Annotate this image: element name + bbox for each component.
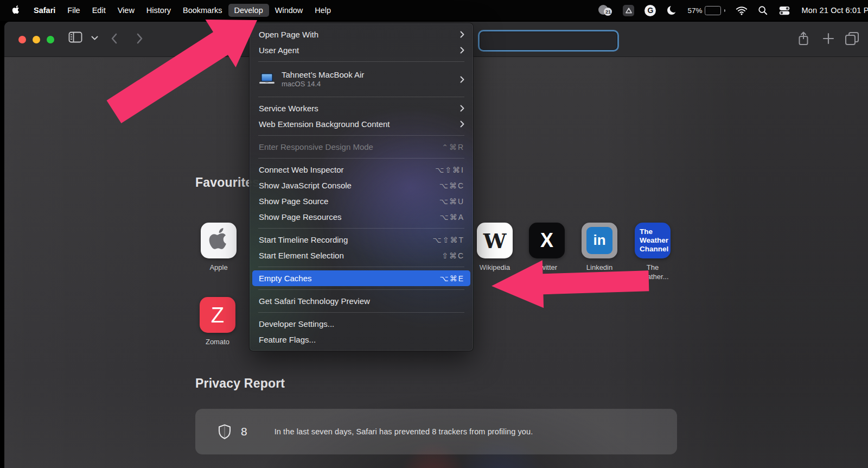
tab-overview-button[interactable] bbox=[844, 31, 860, 46]
battery-icon bbox=[705, 6, 721, 15]
device-name: Tahneet’s MacBook Air bbox=[282, 70, 460, 80]
submenu-chevron-icon bbox=[460, 105, 464, 112]
favourite-label: Wikipedia bbox=[480, 263, 510, 273]
menu-item-empty-caches[interactable]: Empty Caches⌥⌘E bbox=[252, 270, 470, 286]
menu-separator bbox=[258, 312, 464, 313]
menu-item-start-timeline-recording[interactable]: Start Timeline Recording⌥⇧⌘T bbox=[250, 232, 473, 248]
focus-moon-icon[interactable] bbox=[666, 5, 677, 16]
share-icon bbox=[797, 31, 810, 47]
menubar-item-help[interactable]: Help bbox=[309, 4, 337, 17]
plus-icon bbox=[822, 33, 834, 45]
menu-item-label: Show Page Resources bbox=[259, 212, 440, 222]
twitter-icon: X bbox=[529, 223, 565, 258]
battery-indicator[interactable]: 57% bbox=[687, 6, 725, 15]
favourite-twitter[interactable]: XTwitter bbox=[525, 223, 569, 273]
wifi-icon[interactable] bbox=[736, 6, 748, 15]
grammarly-icon[interactable]: G bbox=[644, 5, 656, 16]
privacy-message: In the last seven days, Safari has preve… bbox=[275, 427, 533, 436]
control-center-icon[interactable] bbox=[778, 5, 791, 16]
favourite-label: Twitter bbox=[537, 263, 557, 273]
favourite-wikipedia[interactable]: WWikipedia bbox=[473, 223, 517, 273]
apple-menu[interactable] bbox=[11, 5, 28, 15]
menu-item-label: Show Page Source bbox=[259, 197, 439, 206]
menu-item-shortcut: ⇧⌘C bbox=[442, 251, 464, 260]
menu-item-service-workers[interactable]: Service Workers bbox=[250, 100, 473, 116]
tabs-icon bbox=[844, 31, 860, 46]
favourite-label: Zomato bbox=[206, 338, 229, 347]
badge-count: 21 bbox=[604, 8, 612, 16]
menu-separator bbox=[258, 289, 464, 290]
menubar: SafariFileEditViewHistoryBookmarksDevelo… bbox=[0, 0, 868, 21]
tracker-count: 8 bbox=[241, 425, 247, 438]
linkedin-icon: in bbox=[582, 223, 617, 258]
favourite-label: The Weather... bbox=[636, 263, 668, 282]
menu-item-connect-web-inspector[interactable]: Connect Web Inspector⌥⇧⌘I bbox=[250, 162, 473, 178]
submenu-chevron-icon bbox=[460, 76, 464, 83]
new-tab-button[interactable] bbox=[822, 33, 834, 45]
shield-icon bbox=[218, 424, 231, 439]
favourite-weather[interactable]: The Weather ChannelThe Weather... bbox=[630, 223, 675, 282]
menu-item-label: Get Safari Technology Preview bbox=[259, 296, 464, 306]
menu-item-label: Enter Responsive Design Mode bbox=[259, 142, 442, 151]
menubar-item-edit[interactable]: Edit bbox=[86, 4, 112, 17]
menu-separator bbox=[258, 97, 464, 97]
menubar-item-develop[interactable]: Develop bbox=[228, 4, 269, 17]
back-button[interactable] bbox=[111, 33, 117, 44]
menu-item-developer-settings[interactable]: Developer Settings... bbox=[250, 316, 473, 332]
spotlight-search-icon[interactable] bbox=[758, 5, 768, 15]
favourite-linkedin[interactable]: inLinkedin bbox=[577, 223, 622, 273]
menu-separator bbox=[258, 61, 464, 62]
favourite-label: Linkedin bbox=[586, 263, 612, 273]
menu-item-start-element-selection[interactable]: Start Element Selection⇧⌘C bbox=[250, 248, 473, 263]
menu-item-open-page-with[interactable]: Open Page With bbox=[250, 27, 473, 42]
menu-item-shortcut: ⌥⌘C bbox=[439, 181, 464, 190]
menu-item-shortcut: ⌥⇧⌘T bbox=[433, 236, 464, 244]
favourite-apple[interactable]: Apple bbox=[196, 223, 241, 273]
sidebar-icon bbox=[68, 31, 82, 43]
menu-item-show-javascript-console[interactable]: Show JavaScript Console⌥⌘C bbox=[250, 178, 473, 193]
apple-icon bbox=[201, 223, 237, 258]
menubar-clock[interactable]: Mon 21 Oct 6:01 PM bbox=[801, 6, 868, 15]
menubar-item-safari[interactable]: Safari bbox=[28, 4, 61, 17]
close-window-button[interactable] bbox=[18, 36, 26, 43]
menu-separator bbox=[258, 158, 464, 159]
menu-item-label: Service Workers bbox=[259, 104, 460, 113]
menubar-item-file[interactable]: File bbox=[61, 4, 86, 17]
weather-icon: The Weather Channel bbox=[635, 223, 671, 258]
menu-item-show-page-resources[interactable]: Show Page Resources⌥⌘A bbox=[250, 209, 473, 225]
forward-button[interactable] bbox=[137, 33, 143, 44]
favourite-zomato[interactable]: ZZomato bbox=[195, 297, 240, 347]
share-button[interactable] bbox=[797, 31, 810, 47]
menu-item-user-agent[interactable]: User Agent bbox=[250, 42, 473, 58]
menu-item-label: Open Page With bbox=[259, 30, 460, 39]
menu-item-label: Web Extension Background Content bbox=[259, 119, 460, 129]
menubar-item-window[interactable]: Window bbox=[269, 4, 309, 17]
menu-item-web-extension-background-content[interactable]: Web Extension Background Content bbox=[250, 116, 473, 132]
minimize-window-button[interactable] bbox=[33, 36, 40, 43]
zomato-icon: Z bbox=[200, 297, 235, 333]
wikipedia-icon: W bbox=[477, 223, 513, 258]
sidebar-toggle-button[interactable] bbox=[68, 31, 82, 43]
privacy-report-card[interactable]: 8 In the last seven days, Safari has pre… bbox=[195, 409, 677, 454]
menu-item-get-safari-technology-preview[interactable]: Get Safari Technology Preview bbox=[250, 293, 473, 309]
menu-item-show-page-source[interactable]: Show Page Source⌥⌘U bbox=[250, 193, 473, 209]
triangle-menu-icon[interactable] bbox=[623, 5, 634, 16]
zoom-window-button[interactable] bbox=[47, 36, 54, 43]
menubar-item-bookmarks[interactable]: Bookmarks bbox=[177, 4, 228, 17]
menu-item-label: Feature Flags... bbox=[259, 335, 464, 344]
menu-item-device-macbook[interactable]: Tahneet’s MacBook AirmacOS 14.4 bbox=[250, 65, 473, 93]
device-os: macOS 14.4 bbox=[282, 80, 460, 88]
menubar-item-history[interactable]: History bbox=[141, 4, 177, 17]
menu-item-label: Empty Caches bbox=[259, 274, 440, 283]
submenu-chevron-icon bbox=[460, 31, 464, 38]
menu-item-shortcut: ⌥⌘E bbox=[440, 274, 464, 283]
menu-item-shortcut: ⌥⌘U bbox=[439, 197, 464, 206]
submenu-chevron-icon bbox=[460, 47, 464, 54]
app-badge-icon[interactable]: 21 bbox=[598, 4, 612, 16]
address-bar[interactable] bbox=[478, 30, 619, 52]
menubar-item-view[interactable]: View bbox=[112, 4, 141, 17]
forward-chevron-icon bbox=[137, 33, 143, 44]
menu-separator bbox=[258, 267, 464, 267]
sidebar-chevron-button[interactable] bbox=[91, 36, 98, 40]
menu-item-feature-flags[interactable]: Feature Flags... bbox=[250, 332, 473, 347]
